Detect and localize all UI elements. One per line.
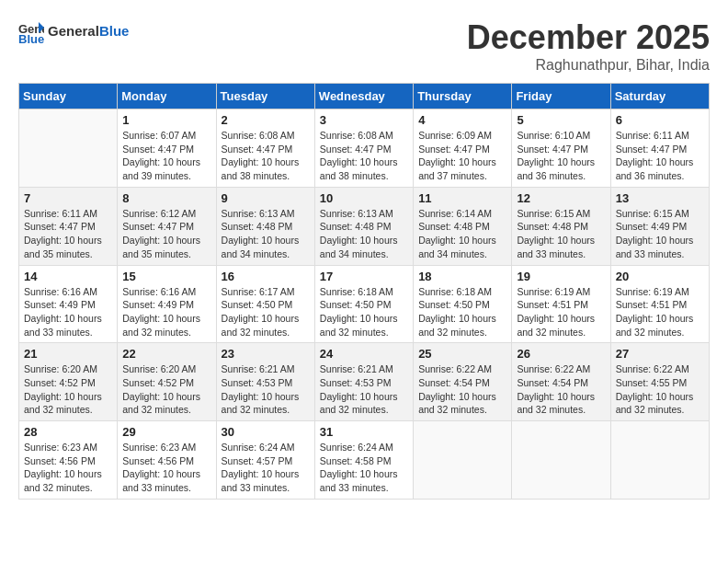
weekday-header-row: SundayMondayTuesdayWednesdayThursdayFrid… [19,84,710,109]
calendar-cell: 18Sunrise: 6:18 AMSunset: 4:50 PMDayligh… [414,265,512,343]
weekday-header-saturday: Saturday [610,84,709,109]
calendar-table: SundayMondayTuesdayWednesdayThursdayFrid… [18,83,710,500]
month-title: December 2025 [467,18,710,57]
calendar-cell [610,421,709,500]
day-info: Sunrise: 6:19 AMSunset: 4:51 PMDaylight:… [616,285,704,339]
calendar-cell [19,109,118,188]
day-number: 18 [418,270,506,283]
day-number: 14 [24,270,112,283]
day-info: Sunrise: 6:15 AMSunset: 4:48 PMDaylight:… [517,207,605,261]
week-row-2: 7Sunrise: 6:11 AMSunset: 4:47 PMDaylight… [19,187,710,265]
calendar-cell: 15Sunrise: 6:16 AMSunset: 4:49 PMDayligh… [118,265,216,343]
day-number: 2 [222,113,310,127]
day-info: Sunrise: 6:20 AMSunset: 4:52 PMDaylight:… [24,362,112,417]
day-info: Sunrise: 6:24 AMSunset: 4:57 PMDaylight:… [222,441,310,495]
logo-blue: Blue [99,23,130,39]
day-info: Sunrise: 6:10 AMSunset: 4:47 PMDaylight:… [517,129,605,183]
logo-icon: General Blue [18,18,44,44]
calendar-cell: 3Sunrise: 6:08 AMSunset: 4:47 PMDaylight… [314,109,413,188]
calendar-cell: 10Sunrise: 6:13 AMSunset: 4:48 PMDayligh… [314,187,413,265]
calendar-cell: 7Sunrise: 6:11 AMSunset: 4:47 PMDaylight… [19,187,118,265]
calendar-cell: 1Sunrise: 6:07 AMSunset: 4:47 PMDaylight… [118,109,216,188]
day-number: 25 [418,347,506,361]
calendar-cell: 4Sunrise: 6:09 AMSunset: 4:47 PMDaylight… [414,109,512,188]
day-info: Sunrise: 6:20 AMSunset: 4:52 PMDaylight:… [122,362,210,417]
day-number: 17 [320,270,408,283]
calendar-cell: 17Sunrise: 6:18 AMSunset: 4:50 PMDayligh… [314,265,413,343]
calendar-cell [512,421,610,500]
calendar-cell: 21Sunrise: 6:20 AMSunset: 4:52 PMDayligh… [19,343,118,421]
calendar-cell: 16Sunrise: 6:17 AMSunset: 4:50 PMDayligh… [216,265,314,343]
day-number: 21 [24,347,112,361]
calendar-cell: 22Sunrise: 6:20 AMSunset: 4:52 PMDayligh… [118,343,216,421]
day-number: 7 [24,191,112,205]
day-number: 3 [320,113,408,127]
day-info: Sunrise: 6:23 AMSunset: 4:56 PMDaylight:… [24,441,112,495]
day-info: Sunrise: 6:16 AMSunset: 4:49 PMDaylight:… [24,285,112,339]
weekday-header-friday: Friday [512,84,610,109]
location-title: Raghunathpur, Bihar, India [467,57,710,74]
day-info: Sunrise: 6:24 AMSunset: 4:58 PMDaylight:… [320,441,408,495]
day-info: Sunrise: 6:14 AMSunset: 4:48 PMDaylight:… [418,207,506,261]
calendar-cell: 14Sunrise: 6:16 AMSunset: 4:49 PMDayligh… [19,265,118,343]
calendar-cell: 20Sunrise: 6:19 AMSunset: 4:51 PMDayligh… [610,265,709,343]
day-number: 23 [222,347,310,361]
calendar-cell: 9Sunrise: 6:13 AMSunset: 4:48 PMDaylight… [216,187,314,265]
day-info: Sunrise: 6:07 AMSunset: 4:47 PMDaylight:… [122,129,210,183]
day-number: 1 [122,113,210,127]
day-info: Sunrise: 6:08 AMSunset: 4:47 PMDaylight:… [222,129,310,183]
calendar-cell: 12Sunrise: 6:15 AMSunset: 4:48 PMDayligh… [512,187,610,265]
weekday-header-thursday: Thursday [414,84,512,109]
calendar-cell: 28Sunrise: 6:23 AMSunset: 4:56 PMDayligh… [19,421,118,500]
day-info: Sunrise: 6:19 AMSunset: 4:51 PMDaylight:… [517,285,605,339]
calendar-cell: 23Sunrise: 6:21 AMSunset: 4:53 PMDayligh… [216,343,314,421]
day-number: 22 [122,347,210,361]
week-row-3: 14Sunrise: 6:16 AMSunset: 4:49 PMDayligh… [19,265,710,343]
day-info: Sunrise: 6:13 AMSunset: 4:48 PMDaylight:… [222,207,310,261]
day-number: 30 [222,425,310,439]
day-number: 20 [616,270,704,283]
calendar-cell: 8Sunrise: 6:12 AMSunset: 4:47 PMDaylight… [118,187,216,265]
calendar-cell: 27Sunrise: 6:22 AMSunset: 4:55 PMDayligh… [610,343,709,421]
day-number: 6 [616,113,704,127]
day-info: Sunrise: 6:11 AMSunset: 4:47 PMDaylight:… [24,207,112,261]
day-info: Sunrise: 6:16 AMSunset: 4:49 PMDaylight:… [122,285,210,339]
calendar-cell: 26Sunrise: 6:22 AMSunset: 4:54 PMDayligh… [512,343,610,421]
title-area: December 2025 Raghunathpur, Bihar, India [467,18,710,74]
day-number: 16 [222,270,310,283]
day-number: 19 [517,270,605,283]
calendar-cell: 6Sunrise: 6:11 AMSunset: 4:47 PMDaylight… [610,109,709,188]
day-number: 11 [418,191,506,205]
calendar-cell: 13Sunrise: 6:15 AMSunset: 4:49 PMDayligh… [610,187,709,265]
day-number: 24 [320,347,408,361]
weekday-header-wednesday: Wednesday [314,84,413,109]
day-info: Sunrise: 6:17 AMSunset: 4:50 PMDaylight:… [222,285,310,339]
header: General Blue GeneralBlue December 2025 R… [18,18,710,74]
day-info: Sunrise: 6:15 AMSunset: 4:49 PMDaylight:… [616,207,704,261]
day-number: 28 [24,425,112,439]
day-info: Sunrise: 6:18 AMSunset: 4:50 PMDaylight:… [320,285,408,339]
calendar-cell: 31Sunrise: 6:24 AMSunset: 4:58 PMDayligh… [314,421,413,500]
day-number: 15 [122,270,210,283]
day-info: Sunrise: 6:08 AMSunset: 4:47 PMDaylight:… [320,129,408,183]
day-info: Sunrise: 6:09 AMSunset: 4:47 PMDaylight:… [418,129,506,183]
weekday-header-sunday: Sunday [19,84,118,109]
calendar-cell: 5Sunrise: 6:10 AMSunset: 4:47 PMDaylight… [512,109,610,188]
day-info: Sunrise: 6:22 AMSunset: 4:55 PMDaylight:… [616,362,704,417]
calendar-cell: 25Sunrise: 6:22 AMSunset: 4:54 PMDayligh… [414,343,512,421]
day-number: 5 [517,113,605,127]
week-row-4: 21Sunrise: 6:20 AMSunset: 4:52 PMDayligh… [19,343,710,421]
logo-general: General [48,23,99,39]
weekday-header-monday: Monday [118,84,216,109]
svg-text:Blue: Blue [18,32,44,44]
day-info: Sunrise: 6:21 AMSunset: 4:53 PMDaylight:… [222,362,310,417]
day-number: 9 [222,191,310,205]
day-info: Sunrise: 6:18 AMSunset: 4:50 PMDaylight:… [418,285,506,339]
day-number: 10 [320,191,408,205]
day-number: 26 [517,347,605,361]
day-info: Sunrise: 6:13 AMSunset: 4:48 PMDaylight:… [320,207,408,261]
weekday-header-tuesday: Tuesday [216,84,314,109]
day-number: 8 [122,191,210,205]
calendar-cell: 19Sunrise: 6:19 AMSunset: 4:51 PMDayligh… [512,265,610,343]
week-row-1: 1Sunrise: 6:07 AMSunset: 4:47 PMDaylight… [19,109,710,188]
